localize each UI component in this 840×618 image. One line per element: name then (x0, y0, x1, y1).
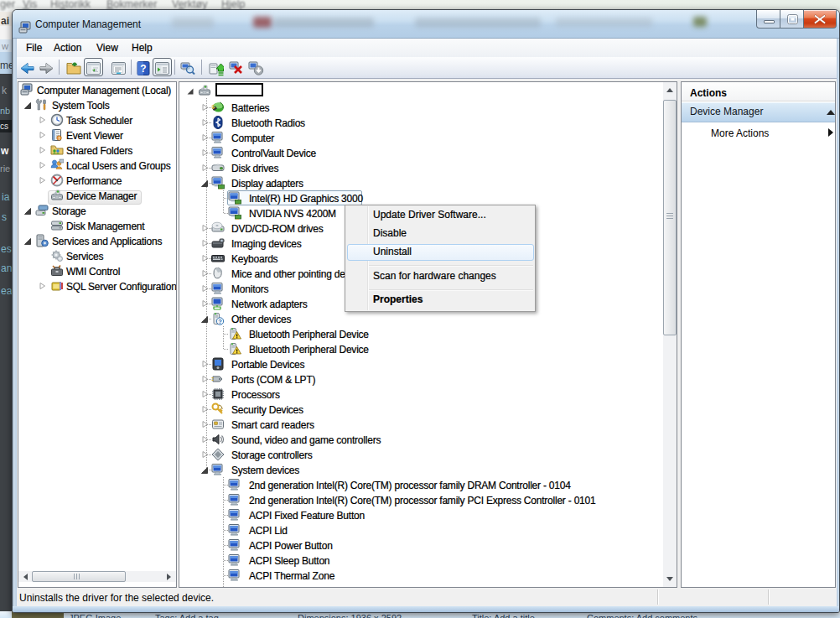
svg-text:?: ? (140, 63, 146, 75)
svg-text:?: ? (218, 318, 222, 325)
